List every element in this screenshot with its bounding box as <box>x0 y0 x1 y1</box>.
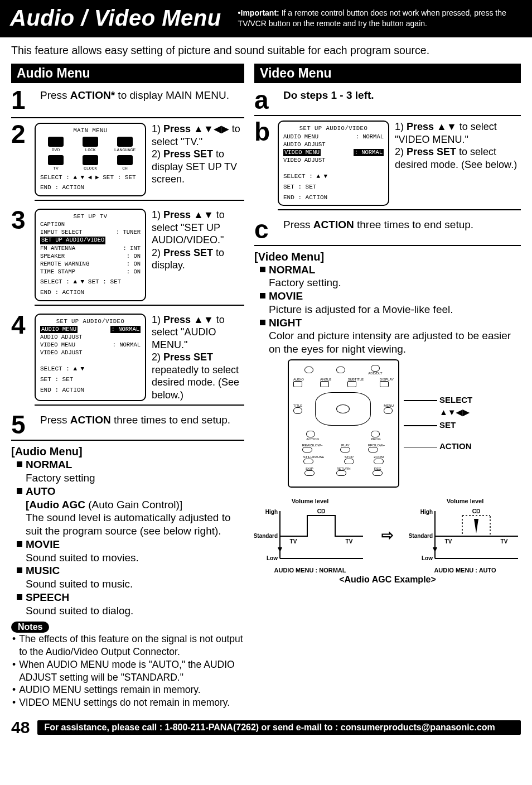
remote-set-btn <box>336 404 350 413</box>
step-number: 2 <box>11 123 35 146</box>
remote-dpad <box>315 392 371 426</box>
agc-caption-right: AUDIO MENU : AUTO <box>409 567 521 574</box>
agc-caption-left: AUDIO MENU : NORMAL <box>254 567 366 574</box>
menu-icon-clock <box>83 155 98 165</box>
agc-chart-normal-icon: High Standard Low CD TV TV <box>254 505 366 567</box>
notes-label: Notes <box>11 622 49 633</box>
video-step-b: b SET UP AUDIO/VIDEO AUDIO MENU: NORMAL … <box>254 121 521 215</box>
remote-btn <box>371 365 380 372</box>
audio-item-normal: NORMALFactory setting <box>17 458 244 485</box>
remote-title-btn <box>293 407 302 414</box>
video-column: Video Menu a Do steps 1 - 3 left. b SET … <box>254 64 521 709</box>
osd-main-menu: MAIN MENU DVD LOCK LANGUAGE TV CLOCK CH … <box>35 123 146 196</box>
osd-setup-tv: SET UP TV CAPTION INPUT SELECT: TUNER SE… <box>35 209 146 301</box>
assistance-bar: For assistance, please call : 1-800-211-… <box>37 720 521 735</box>
page-title: Audio / Video Menu <box>10 6 221 31</box>
intro-text: This feature allows easy setting of pict… <box>11 44 521 57</box>
audio-column: Audio Menu 1 Press ACTION* to display MA… <box>11 64 244 709</box>
audio-section-title: Audio Menu <box>11 64 244 83</box>
step-number: 4 <box>11 314 35 336</box>
important-label: •Important: <box>238 8 279 17</box>
osd-key: SET : SET <box>283 184 384 191</box>
text: to display MAIN MENU. <box>115 89 229 101</box>
osd-key: END : ACTION <box>283 194 384 202</box>
svg-text:High: High <box>420 509 433 515</box>
audio-step-2: 2 MAIN MENU DVD LOCK LANGUAGE TV CLOCK C… <box>11 123 244 205</box>
osd-key: SET : SET <box>40 376 141 384</box>
osd-title: SET UP AUDIO/VIDEO <box>283 125 384 132</box>
osd-setup-av-video: SET UP AUDIO/VIDEO AUDIO MENU: NORMAL AU… <box>278 121 389 206</box>
step-number: b <box>254 121 278 143</box>
remote-btn <box>304 367 313 373</box>
video-menu-list: NORMALFactory setting. MOVIEPicture is a… <box>260 263 521 356</box>
osd-title: SET UP AUDIO/VIDEO <box>40 318 141 325</box>
note-item: VIDEO MENU settings do not remain in mem… <box>12 696 244 709</box>
osd-key: END : ACTION <box>40 289 141 297</box>
audio-menu-subhead: [Audio Menu] <box>11 445 244 458</box>
audio-item-movie: MOVIESound suited to movies. <box>17 538 244 565</box>
remote-action-btn <box>306 431 315 437</box>
audio-step-5: 5 Press ACTION three times to end setup. <box>11 413 244 441</box>
svg-text:TV: TV <box>501 538 508 545</box>
video-item-movie: MOVIEPicture is adjusted for a Movie-lik… <box>260 290 521 316</box>
osd-key: SELECT : ▲ ▼ ◀ ▶ SET : SET <box>40 174 141 182</box>
osd-key: END : ACTION <box>40 184 141 192</box>
svg-text:Low: Low <box>267 555 278 561</box>
note-item: When AUDIO MENU mode is "AUTO," the AUDI… <box>12 658 244 684</box>
step-number: 5 <box>11 413 35 436</box>
video-item-normal: NORMALFactory setting. <box>260 263 521 290</box>
remote-btn <box>336 367 345 373</box>
svg-text:TV: TV <box>290 538 297 545</box>
remote-illustration: ADD/DLT AUDIO ANGLE SUBTITLE DISPLAY TIT… <box>288 359 521 488</box>
agc-chart-auto-icon: High Standard Low CD TV TV <box>409 505 521 567</box>
video-step-a: a Do steps 1 - 3 left. <box>254 89 521 116</box>
svg-marker-19 <box>433 547 437 552</box>
video-section-title: Video Menu <box>254 64 521 83</box>
step-number: 3 <box>11 209 35 232</box>
audio-item-auto: AUTO[Audio AGC (Auto Gain Control)]The s… <box>17 485 244 538</box>
menu-icon-ch <box>117 155 133 165</box>
svg-text:CD: CD <box>317 508 325 514</box>
page-number: 48 <box>11 718 30 737</box>
osd-key: SELECT : ▲ ▼ <box>40 365 141 373</box>
menu-icon-dvd <box>48 137 64 147</box>
page-footer: 48 For assistance, please call : 1-800-2… <box>11 718 521 737</box>
agc-example-label: <Audio AGC Example> <box>254 575 521 585</box>
svg-text:Low: Low <box>422 555 433 561</box>
osd-setup-av-audio: SET UP AUDIO/VIDEO AUDIO MENU: NORMAL AU… <box>35 314 146 402</box>
agc-example: Volume level High Standard Low CD TV TV <box>254 498 521 574</box>
remote-legend: SELECT ▲▼◀▶ SET ACTION <box>404 394 472 453</box>
agc-plot-normal: Volume level High Standard Low CD TV TV <box>254 498 366 574</box>
remote-prog-btn <box>371 431 380 437</box>
audio-item-speech: SPEECHSound suited to dialog. <box>17 591 244 618</box>
step-number: a <box>254 89 278 112</box>
menu-icon-language <box>117 137 133 147</box>
svg-text:CD: CD <box>472 508 480 514</box>
audio-item-music: MUSICSound suited to music. <box>17 564 244 591</box>
menu-icon-lock <box>83 137 98 147</box>
important-note: •Important: If a remote control button d… <box>238 8 522 28</box>
menu-icon-tv <box>48 155 64 165</box>
svg-text:TV: TV <box>445 538 452 545</box>
page-header: Audio / Video Menu •Important: If a remo… <box>0 0 532 37</box>
text: Press <box>40 89 70 101</box>
osd-title: MAIN MENU <box>40 127 141 134</box>
svg-marker-15 <box>474 519 478 533</box>
arrow-right-icon: ⇨ <box>381 527 394 544</box>
note-item: The effects of this feature on the signa… <box>12 633 244 658</box>
video-step-c: c Press ACTION three times to end setup. <box>254 218 521 245</box>
audio-menu-list: NORMALFactory setting AUTO[Audio AGC (Au… <box>17 458 244 617</box>
osd-key: SELECT : ▲ ▼ <box>283 173 384 181</box>
step-number: 1 <box>11 89 35 112</box>
svg-text:Standard: Standard <box>254 533 278 539</box>
svg-text:TV: TV <box>346 538 353 545</box>
osd-title: SET UP TV <box>40 213 141 220</box>
osd-key: END : ACTION <box>40 387 141 394</box>
audio-step-3: 3 SET UP TV CAPTION INPUT SELECT: TUNER … <box>11 209 244 310</box>
svg-marker-8 <box>278 547 282 552</box>
osd-key: SELECT : ▲ ▼ SET : SET <box>40 278 141 286</box>
agc-plot-auto: Volume level High Standard Low CD TV TV <box>409 498 521 574</box>
step-number: c <box>254 218 278 241</box>
remote-menu-btn <box>384 407 393 414</box>
text-bold: ACTION* <box>70 89 115 101</box>
